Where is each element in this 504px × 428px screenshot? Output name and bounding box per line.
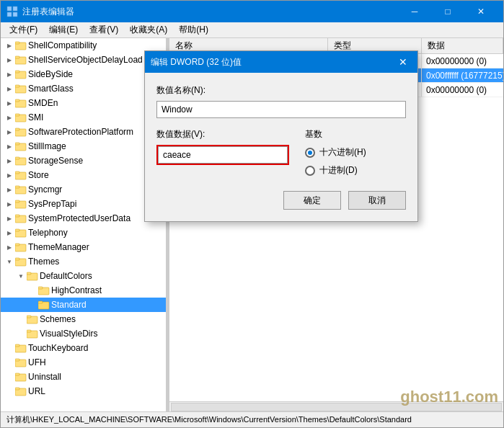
data-input[interactable] xyxy=(158,146,288,164)
radio-dec[interactable]: 十进制(D) xyxy=(305,164,406,177)
radio-group: 十六进制(H) 十进制(D) xyxy=(305,146,406,177)
data-label: 数值数据(V): xyxy=(156,128,293,141)
dialog-overlay: 编辑 DWORD (32 位)值 ✕ 数值名称(N): 数值数据(V): 基数 xyxy=(0,0,504,428)
ok-button[interactable]: 确定 xyxy=(283,191,341,210)
dialog-row: 数值数据(V): 基数 十六进制(H) 十进制(D) xyxy=(156,128,406,177)
name-input[interactable] xyxy=(156,101,406,118)
dialog-right: 基数 十六进制(H) 十进制(D) xyxy=(305,128,406,177)
radio-hex-btn[interactable] xyxy=(305,148,315,158)
name-label: 数值名称(N): xyxy=(156,84,406,97)
dialog-buttons: 确定 取消 xyxy=(156,191,406,210)
radio-dec-label: 十进制(D) xyxy=(319,164,358,177)
radio-hex[interactable]: 十六进制(H) xyxy=(305,146,406,159)
dialog-title: 编辑 DWORD (32 位)值 xyxy=(151,56,242,68)
radio-hex-label: 十六进制(H) xyxy=(319,146,366,159)
radio-dec-btn[interactable] xyxy=(305,166,315,176)
dialog-close-button[interactable]: ✕ xyxy=(394,53,412,71)
dialog-title-bar: 编辑 DWORD (32 位)值 ✕ xyxy=(145,51,417,73)
dialog-left: 数值数据(V): xyxy=(156,128,293,165)
value-input-wrapper xyxy=(156,145,289,165)
cancel-button[interactable]: 取消 xyxy=(348,191,406,210)
edit-dword-dialog: 编辑 DWORD (32 位)值 ✕ 数值名称(N): 数值数据(V): 基数 xyxy=(144,50,418,222)
dialog-content: 数值名称(N): 数值数据(V): 基数 十六进制(H) xyxy=(145,73,417,221)
base-label: 基数 xyxy=(305,128,406,141)
